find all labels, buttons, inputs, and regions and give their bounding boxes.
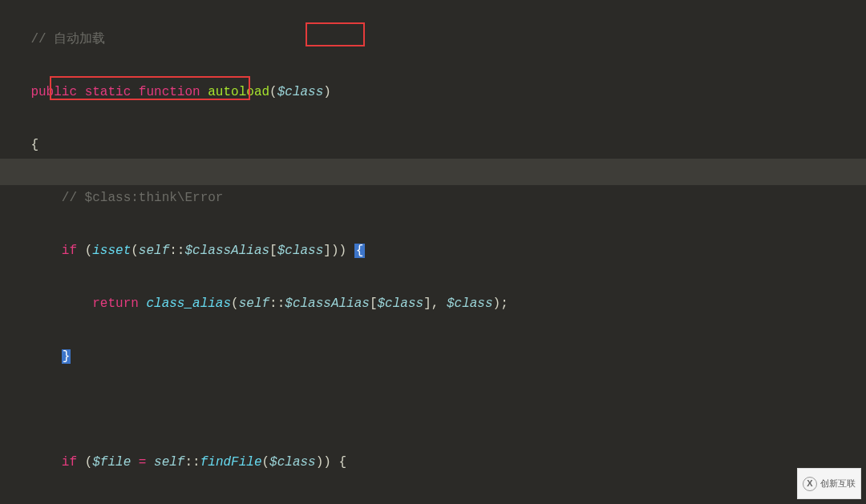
annotation-box-param (306, 22, 365, 46)
var-file: $file (92, 455, 131, 470)
self: self (139, 244, 169, 258)
keyword-if: if (62, 244, 77, 258)
parameter: $class (277, 85, 324, 99)
comment: // $class:think\Error (62, 191, 224, 205)
matching-brace-highlight: { (354, 244, 366, 258)
fn-class-alias: class_alias (146, 296, 231, 311)
watermark-icon: X (803, 477, 817, 491)
cursor-brace-highlight: } (62, 349, 71, 364)
annotation-box-comment (50, 76, 250, 100)
comment: // 自动加载 (30, 32, 105, 46)
watermark-badge: X 创新互联 (797, 468, 861, 499)
keyword-return: return (92, 296, 139, 311)
fn-findfile: findFile (200, 455, 262, 470)
watermark-text: 创新互联 (820, 470, 856, 497)
var-classalias: $classAlias (184, 244, 269, 258)
brace-open: { (30, 138, 38, 152)
fn-isset: isset (92, 244, 131, 258)
